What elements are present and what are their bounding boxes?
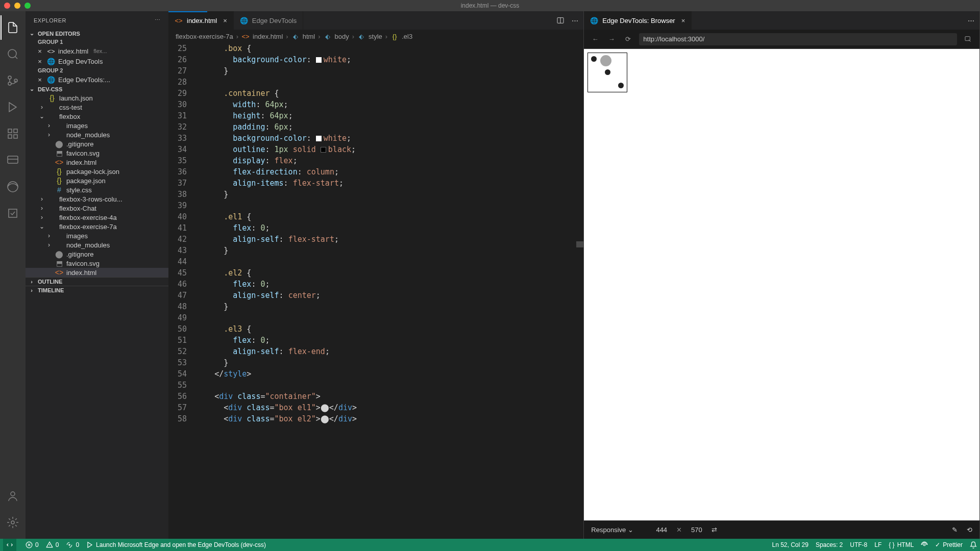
browser-viewport[interactable] [584, 49, 979, 520]
editor-tab[interactable]: <>index.html× [168, 11, 234, 30]
activity-account[interactable] [1, 484, 25, 508]
activity-search[interactable] [1, 42, 25, 66]
activity-extensions[interactable] [1, 121, 25, 146]
browser-reload-icon[interactable]: ⟳ [623, 35, 633, 43]
close-icon[interactable]: × [36, 58, 44, 65]
line-number[interactable]: 49 [168, 312, 187, 323]
viewport-width[interactable]: 444 [656, 526, 667, 534]
line-number[interactable]: 44 [168, 256, 187, 267]
tree-item[interactable]: #style.css [26, 185, 168, 194]
split-editor-icon[interactable] [556, 16, 565, 24]
browser-forward-icon[interactable]: → [606, 35, 617, 43]
section-timeline[interactable]: ›TIMELINE [26, 286, 168, 294]
code-line[interactable]: background-color: white; [196, 54, 583, 65]
line-number[interactable]: 37 [168, 178, 187, 189]
activity-scm[interactable] [1, 68, 25, 93]
line-number[interactable]: 51 [168, 335, 187, 346]
line-number[interactable]: 31 [168, 110, 187, 121]
line-number[interactable]: 55 [168, 380, 187, 391]
tree-item[interactable]: ›images [26, 231, 168, 240]
breadcrumb-item[interactable]: flexbox-exercise-7a [176, 33, 233, 40]
tree-item[interactable]: ›flexbox-exercise-4a [26, 213, 168, 222]
code-line[interactable]: </style> [196, 368, 583, 380]
line-number[interactable]: 27 [168, 65, 187, 77]
open-editor-item[interactable]: ×<>index.htmlflex... [26, 46, 168, 56]
code-line[interactable]: flex-direction: column; [196, 166, 583, 178]
tree-item[interactable]: ›node_modules [26, 130, 168, 139]
code-line[interactable]: align-self: flex-start; [196, 234, 583, 245]
browser-inspect-icon[interactable] [963, 35, 973, 43]
code-line[interactable] [196, 200, 583, 211]
status-eol[interactable]: LF [874, 541, 881, 548]
line-number[interactable]: 46 [168, 279, 187, 290]
browser-back-icon[interactable]: ← [590, 35, 600, 43]
tree-item[interactable]: ⬤.gitignore [26, 249, 168, 259]
status-lang[interactable]: { }HTML [889, 541, 914, 548]
line-number[interactable]: 33 [168, 133, 187, 144]
window-maximize[interactable] [24, 3, 31, 9]
tree-item[interactable]: <>index.html [26, 158, 168, 167]
editor-more-icon[interactable]: ⋯ [572, 17, 578, 24]
line-number[interactable]: 29 [168, 88, 187, 99]
section-project[interactable]: ⌄DEV-CSS [26, 85, 168, 93]
line-number[interactable]: 41 [168, 222, 187, 234]
line-number[interactable]: 58 [168, 413, 187, 424]
line-number[interactable]: 32 [168, 121, 187, 133]
window-minimize[interactable] [14, 3, 20, 9]
breadcrumb-item[interactable]: html [303, 33, 315, 40]
code-line[interactable]: .el1 { [196, 211, 583, 222]
code-line[interactable]: .box { [196, 43, 583, 54]
code-line[interactable] [196, 380, 583, 391]
window-close[interactable] [4, 3, 10, 9]
line-number[interactable]: 57 [168, 402, 187, 413]
close-icon[interactable]: × [36, 76, 44, 84]
code-editor[interactable]: 2526272829303132333435363738394041424344… [168, 43, 583, 539]
code-line[interactable]: <div class="box el2">⬤</div> [196, 413, 583, 424]
code-line[interactable] [196, 312, 583, 323]
line-number[interactable]: 48 [168, 301, 187, 312]
device-select[interactable]: Responsive ⌄ [591, 526, 633, 534]
tree-item[interactable]: {}package.json [26, 176, 168, 185]
code-line[interactable]: display: flex; [196, 155, 583, 166]
line-number[interactable]: 50 [168, 323, 187, 335]
code-line[interactable]: .container { [196, 88, 583, 99]
code-line[interactable]: <div class="container"> [196, 391, 583, 402]
line-number[interactable]: 28 [168, 77, 187, 88]
status-errors[interactable]: 0 [26, 541, 39, 548]
section-outline[interactable]: ›OUTLINE [26, 277, 168, 286]
line-number[interactable]: 36 [168, 166, 187, 178]
line-number[interactable]: 54 [168, 368, 187, 380]
activity-edge[interactable] [1, 174, 25, 199]
activity-wallaby[interactable] [1, 201, 25, 226]
line-number[interactable]: 47 [168, 290, 187, 301]
status-bell-icon[interactable] [970, 541, 977, 548]
tree-item[interactable]: ›images [26, 121, 168, 130]
swap-dimensions-icon[interactable]: ⇄ [712, 526, 717, 534]
code-line[interactable]: } [196, 65, 583, 77]
line-number[interactable]: 38 [168, 189, 187, 200]
code-line[interactable]: .el3 { [196, 323, 583, 335]
status-ports[interactable]: 0 [66, 541, 79, 548]
code-line[interactable]: height: 64px; [196, 110, 583, 121]
code-line[interactable]: .el2 { [196, 267, 583, 279]
rotate-icon[interactable]: ⟲ [967, 526, 972, 534]
tree-item[interactable]: ⬒favicon.svg [26, 259, 168, 268]
code-line[interactable]: <div class="box el1">⬤</div> [196, 402, 583, 413]
tree-item[interactable]: ›node_modules [26, 240, 168, 249]
close-icon[interactable]: × [36, 47, 44, 55]
tree-item[interactable]: ⌄flexbox-exercise-7a [26, 222, 168, 231]
activity-settings[interactable] [1, 510, 25, 535]
status-golive[interactable] [921, 541, 928, 548]
remote-indicator[interactable] [3, 539, 16, 551]
edit-icon[interactable]: ✎ [952, 526, 958, 534]
status-launch[interactable]: Launch Microsoft Edge and open the Edge … [86, 541, 266, 548]
line-number[interactable]: 40 [168, 211, 187, 222]
code-line[interactable]: } [196, 189, 583, 200]
code-line[interactable]: background-color: white; [196, 133, 583, 144]
browser-url-input[interactable]: http://localhost:3000/ [639, 33, 957, 45]
activity-remote[interactable] [1, 148, 25, 172]
code-line[interactable]: } [196, 245, 583, 256]
code-line[interactable]: flex: 0; [196, 279, 583, 290]
open-editor-item[interactable]: ×🌐Edge DevTools [26, 56, 168, 66]
code-line[interactable]: } [196, 301, 583, 312]
